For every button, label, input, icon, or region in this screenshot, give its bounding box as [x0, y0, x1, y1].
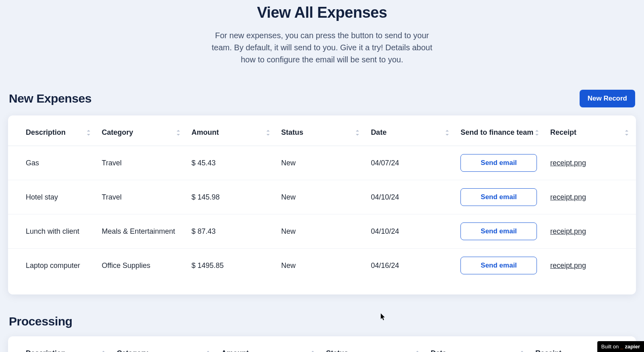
sort-icon[interactable]: [520, 350, 524, 352]
cell-category: Meals & Entertainment: [98, 214, 188, 249]
cell-status: New: [277, 146, 367, 180]
receipt-link[interactable]: receipt.png: [550, 261, 586, 270]
column-header-category[interactable]: Category: [98, 119, 188, 146]
sort-icon[interactable]: [176, 130, 180, 136]
section-title-new-expenses: New Expenses: [9, 92, 91, 105]
sort-icon[interactable]: [101, 350, 105, 352]
column-header-label: Category: [102, 128, 133, 136]
column-header-description[interactable]: Description: [8, 119, 98, 146]
section-title-processing: Processing: [9, 315, 72, 328]
table-row: Hotel stay Travel $ 145.98 New 04/10/24 …: [8, 180, 636, 214]
cell-date: 04/07/24: [367, 146, 456, 180]
page-title: View All Expenses: [141, 4, 503, 21]
sort-icon[interactable]: [266, 130, 270, 136]
sort-icon[interactable]: [206, 350, 210, 352]
cell-amount: $ 1495.85: [188, 249, 277, 283]
zapier-logo-text: zapier: [625, 344, 640, 350]
column-header-status[interactable]: Status: [277, 119, 367, 146]
column-header-label: Receipt: [535, 349, 561, 352]
sort-icon[interactable]: [625, 130, 629, 136]
column-header-send[interactable]: Send to finance team: [456, 119, 546, 146]
cell-category: Travel: [98, 146, 188, 180]
cell-date: 04/16/24: [367, 249, 456, 283]
send-email-button[interactable]: Send email: [460, 188, 537, 206]
column-header-status[interactable]: Status: [322, 340, 427, 352]
zapier-logo-underscore: _: [620, 344, 623, 350]
receipt-link[interactable]: receipt.png: [550, 159, 586, 167]
column-header-label: Status: [281, 128, 303, 136]
cell-category: Office Supplies: [98, 249, 188, 283]
sort-icon[interactable]: [535, 130, 539, 136]
column-header-label: Send to finance team: [460, 128, 533, 136]
column-header-category[interactable]: Category: [113, 340, 217, 352]
column-header-date[interactable]: Date: [367, 119, 456, 146]
cell-description: Laptop computer: [8, 249, 98, 283]
new-record-button[interactable]: New Record: [580, 90, 635, 107]
send-email-button[interactable]: Send email: [460, 154, 537, 172]
sort-icon[interactable]: [445, 130, 449, 136]
cell-description: Gas: [8, 146, 98, 180]
column-header-label: Date: [371, 128, 386, 136]
cell-status: New: [277, 249, 367, 283]
column-header-label: Date: [431, 349, 446, 352]
table-row: Laptop computer Office Supplies $ 1495.8…: [8, 249, 636, 283]
column-header-label: Status: [326, 349, 348, 352]
column-header-label: Receipt: [550, 128, 576, 136]
column-header-label: Amount: [192, 128, 219, 136]
cell-description: Lunch with client: [8, 214, 98, 249]
sort-icon[interactable]: [415, 350, 419, 352]
table-row: Gas Travel $ 45.43 New 04/07/24 Send ema…: [8, 146, 636, 180]
built-on-zapier-badge[interactable]: Built on _zapier: [597, 341, 644, 352]
sort-icon[interactable]: [311, 350, 315, 352]
cell-description: Hotel stay: [8, 180, 98, 214]
cell-date: 04/10/24: [367, 180, 456, 214]
column-header-label: Description: [26, 128, 66, 136]
processing-table: Description Category Amount Status: [8, 340, 636, 352]
column-header-receipt[interactable]: Receipt: [546, 119, 636, 146]
processing-table-card: Description Category Amount Status: [8, 336, 636, 352]
cell-amount: $ 87.43: [188, 214, 277, 249]
new-expenses-table: Description Category Amount Status: [8, 119, 636, 282]
send-email-button[interactable]: Send email: [460, 257, 537, 274]
cell-amount: $ 45.43: [188, 146, 277, 180]
column-header-label: Category: [117, 349, 148, 352]
new-expenses-table-card: Description Category Amount Status: [8, 115, 636, 294]
cell-category: Travel: [98, 180, 188, 214]
cell-amount: $ 145.98: [188, 180, 277, 214]
table-row: Lunch with client Meals & Entertainment …: [8, 214, 636, 249]
cell-status: New: [277, 180, 367, 214]
badge-prefix: Built on: [601, 344, 619, 350]
sort-icon[interactable]: [87, 130, 91, 136]
receipt-link[interactable]: receipt.png: [550, 227, 586, 235]
column-header-label: Description: [26, 349, 66, 352]
column-header-amount[interactable]: Amount: [188, 119, 277, 146]
page-subtitle: For new expenses, you can press the butt…: [209, 29, 435, 66]
cell-date: 04/10/24: [367, 214, 456, 249]
column-header-description[interactable]: Description: [8, 340, 113, 352]
column-header-label: Amount: [221, 349, 249, 352]
sort-icon[interactable]: [355, 130, 359, 136]
receipt-link[interactable]: receipt.png: [550, 193, 586, 201]
cell-status: New: [277, 214, 367, 249]
column-header-date[interactable]: Date: [427, 340, 531, 352]
column-header-amount[interactable]: Amount: [217, 340, 322, 352]
send-email-button[interactable]: Send email: [460, 222, 537, 240]
